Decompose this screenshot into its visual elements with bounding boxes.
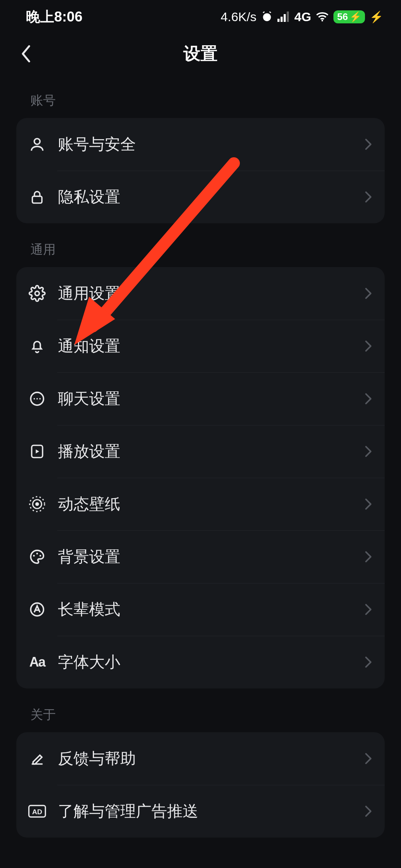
chevron-right-icon — [365, 138, 372, 150]
chevron-right-icon — [365, 191, 372, 203]
signal-icon — [277, 11, 290, 22]
svg-rect-2 — [280, 17, 283, 22]
group-general: 通用设置 通知设置 聊天设置 播放设置 动态壁纸 — [16, 267, 385, 688]
page-title: 设置 — [183, 42, 218, 65]
svg-point-10 — [33, 398, 35, 400]
item-general-settings[interactable]: 通用设置 — [16, 267, 385, 320]
item-account-security[interactable]: 账号与安全 — [16, 118, 385, 171]
font-size-icon: Aa — [27, 652, 47, 672]
network-label: 4G — [294, 10, 311, 24]
svg-rect-3 — [284, 14, 286, 22]
svg-point-20 — [39, 555, 41, 557]
item-ad-management[interactable]: AD 了解与管理广告推送 — [16, 785, 385, 838]
chevron-right-icon — [365, 604, 372, 615]
lock-icon — [27, 187, 47, 207]
item-elder-mode[interactable]: 长辈模式 — [16, 583, 385, 636]
status-time-area: 晚上8:06 — [26, 7, 82, 26]
item-label: 动态壁纸 — [58, 494, 365, 514]
section-header-about: 关于 — [0, 688, 401, 732]
chevron-right-icon — [365, 551, 372, 563]
svg-point-15 — [35, 502, 39, 506]
item-label: 字体大小 — [58, 652, 365, 673]
accessibility-icon — [27, 600, 47, 619]
chevron-right-icon — [365, 498, 372, 510]
item-notification-settings[interactable]: 通知设置 — [16, 320, 385, 372]
svg-point-19 — [36, 553, 38, 555]
item-label: 了解与管理广告推送 — [58, 801, 365, 822]
item-label: 账号与安全 — [58, 134, 365, 155]
svg-rect-1 — [277, 19, 280, 22]
svg-point-0 — [263, 13, 271, 21]
item-label: 背景设置 — [58, 546, 365, 567]
chevron-right-icon — [365, 805, 372, 817]
item-label: 通用设置 — [58, 283, 365, 304]
alarm-icon — [261, 11, 273, 23]
svg-rect-4 — [287, 11, 289, 22]
svg-point-12 — [39, 398, 41, 400]
chevron-right-icon — [365, 393, 372, 405]
group-about: 反馈与帮助 AD 了解与管理广告推送 — [16, 732, 385, 838]
battery-charging-icon: ⚡ — [349, 11, 361, 23]
wifi-icon — [316, 11, 329, 22]
pencil-icon — [27, 749, 47, 768]
chevron-right-icon — [365, 287, 372, 299]
item-label: 通知设置 — [58, 336, 365, 356]
chevron-right-icon — [365, 340, 372, 352]
svg-text:AD: AD — [32, 808, 42, 816]
chevron-right-icon — [365, 753, 372, 765]
item-label: 聊天设置 — [58, 388, 365, 409]
section-header-account: 账号 — [0, 74, 401, 118]
play-icon — [27, 442, 47, 461]
item-label: 长辈模式 — [58, 599, 365, 620]
svg-marker-14 — [36, 450, 39, 454]
status-bar: 晚上8:06 4.6K/s 4G 56 ⚡ ⚡ — [0, 0, 401, 33]
item-chat-settings[interactable]: 聊天设置 — [16, 372, 385, 425]
chevron-right-icon — [365, 445, 372, 457]
item-background-settings[interactable]: 背景设置 — [16, 530, 385, 583]
item-label: 播放设置 — [58, 441, 365, 462]
chat-icon — [27, 389, 47, 408]
chevron-left-icon — [20, 45, 32, 63]
back-button[interactable] — [15, 43, 37, 65]
item-label: 隐私设置 — [58, 187, 365, 207]
item-label: 反馈与帮助 — [58, 748, 365, 769]
ad-icon: AD — [27, 802, 47, 821]
svg-point-11 — [36, 398, 38, 400]
battery-pill: 56 ⚡ — [333, 10, 365, 23]
section-header-general: 通用 — [0, 223, 401, 267]
charging-icon: ⚡ — [369, 10, 383, 23]
item-live-wallpaper[interactable]: 动态壁纸 — [16, 478, 385, 530]
svg-point-6 — [34, 139, 40, 144]
group-account: 账号与安全 隐私设置 — [16, 118, 385, 223]
user-icon — [27, 135, 47, 154]
chevron-right-icon — [365, 656, 372, 668]
svg-point-18 — [33, 555, 35, 557]
svg-rect-7 — [32, 196, 42, 203]
item-feedback-help[interactable]: 反馈与帮助 — [16, 732, 385, 785]
svg-point-5 — [322, 20, 323, 22]
item-privacy[interactable]: 隐私设置 — [16, 171, 385, 223]
bell-icon — [27, 336, 47, 356]
battery-text: 56 — [337, 11, 348, 23]
target-icon — [27, 494, 47, 514]
item-playback-settings[interactable]: 播放设置 — [16, 425, 385, 478]
svg-point-8 — [35, 291, 39, 296]
status-indicators: 4.6K/s 4G 56 ⚡ ⚡ — [221, 10, 383, 24]
item-font-size[interactable]: Aa 字体大小 — [16, 636, 385, 688]
gear-icon — [27, 284, 47, 303]
nav-header: 设置 — [0, 33, 401, 74]
palette-icon — [27, 547, 47, 566]
status-time: 晚上8:06 — [26, 7, 82, 26]
status-speed: 4.6K/s — [221, 10, 256, 24]
